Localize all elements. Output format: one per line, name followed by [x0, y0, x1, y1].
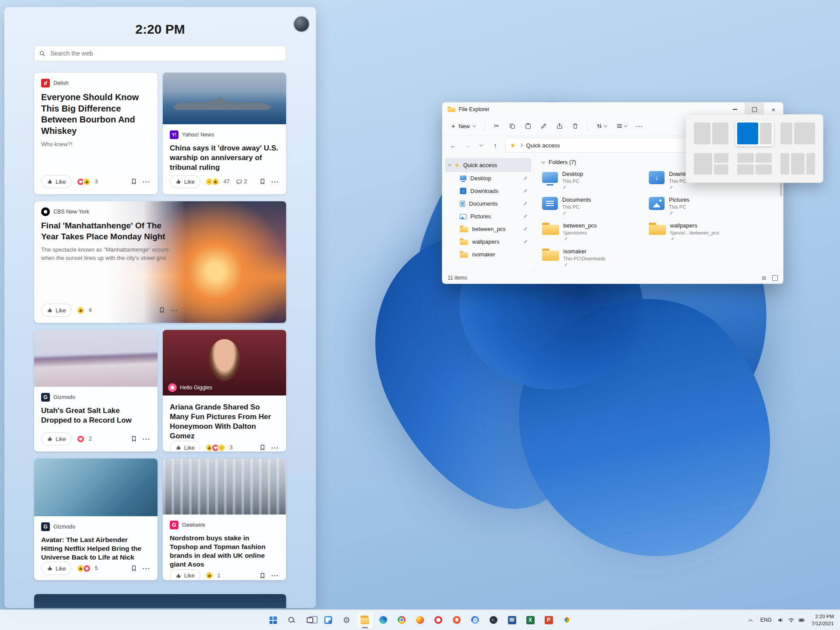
taskbar-widgets-button[interactable] [319, 611, 337, 629]
bookmark-button[interactable] [130, 565, 137, 572]
snap-pane[interactable] [737, 164, 754, 175]
news-card[interactable]: Hello Giggles Ariana Grande Shared So Ma… [163, 330, 286, 452]
snap-pane[interactable] [780, 153, 789, 175]
snap-layout-two-equal-columns[interactable] [692, 121, 730, 146]
sidebar-item-between-pcs[interactable]: between_pcs [445, 223, 531, 235]
taskbar-settings-button[interactable]: ⚙ [338, 611, 355, 629]
bookmark-button[interactable] [259, 572, 266, 579]
taskbar-search-button[interactable] [283, 611, 300, 629]
folder-item-wallpapers[interactable]: wallpapers \\jarvis\...\between_pcs [649, 222, 744, 248]
sidebar-item-quick-access[interactable]: ★ Quick access [445, 158, 531, 172]
card-more-button[interactable] [271, 178, 279, 186]
reaction-badges[interactable] [77, 564, 91, 573]
forward-button[interactable] [461, 139, 474, 152]
card-more-button[interactable] [143, 435, 150, 443]
reaction-badges[interactable] [205, 178, 220, 186]
history-dropdown-button[interactable] [475, 139, 488, 152]
news-card-partial[interactable] [34, 594, 286, 608]
taskbar-opera-button[interactable] [430, 611, 447, 629]
card-more-button[interactable] [171, 307, 178, 314]
reaction-badges[interactable] [77, 178, 91, 186]
back-button[interactable] [447, 139, 460, 152]
news-card[interactable]: G Gizmodo Avatar: The Last Airbender Hit… [34, 458, 158, 580]
snap-pane[interactable] [712, 122, 729, 144]
snap-pane[interactable] [806, 153, 815, 175]
copy-button[interactable] [505, 119, 520, 133]
reaction-badges[interactable] [77, 435, 85, 443]
snap-pane[interactable] [760, 122, 772, 144]
reaction-badges[interactable] [205, 571, 214, 580]
more-button[interactable] [632, 119, 647, 133]
taskbar-start-button[interactable] [264, 611, 282, 629]
rename-button[interactable] [536, 119, 551, 133]
taskbar-photos-button[interactable] [558, 611, 576, 629]
widgets-profile-avatar[interactable] [293, 16, 310, 32]
bookmark-button[interactable] [259, 444, 266, 451]
snap-layout-left-half-right-stacked[interactable] [692, 151, 730, 177]
view-button[interactable] [612, 119, 631, 133]
taskbar-file-explorer-button[interactable] [356, 611, 374, 629]
taskbar-word-button[interactable]: W [503, 611, 521, 629]
bookmark-button[interactable] [130, 178, 137, 185]
sidebar-item-wallpapers[interactable]: wallpapers [445, 235, 531, 248]
like-button[interactable]: Like [170, 175, 200, 188]
battery-button[interactable] [797, 613, 807, 627]
volume-button[interactable] [776, 613, 786, 627]
snap-layout-four-quadrants[interactable] [735, 151, 774, 177]
bookmark-button[interactable] [158, 307, 165, 314]
bookmark-button[interactable] [259, 178, 266, 185]
snap-pane[interactable] [714, 164, 728, 175]
taskbar-brave-button[interactable] [448, 611, 466, 629]
folder-item-documents[interactable]: Documents This PC [542, 196, 637, 222]
like-button[interactable]: Like [41, 304, 72, 317]
like-button[interactable]: Like [41, 562, 72, 575]
taskbar-excel-button[interactable]: X [522, 611, 539, 629]
snap-pane[interactable] [756, 153, 772, 163]
folder-item-isomaker[interactable]: isomaker This PC\Downloads [542, 248, 637, 272]
bookmark-button[interactable] [130, 435, 137, 442]
sort-button[interactable] [592, 119, 611, 133]
snap-pane[interactable] [780, 122, 792, 144]
news-card[interactable]: G Gizmodo Utah's Great Salt Lake Dropped… [34, 330, 158, 452]
delete-button[interactable] [568, 119, 583, 133]
taskbar-chrome-button[interactable] [393, 611, 410, 629]
snap-pane[interactable] [791, 153, 805, 175]
taskbar-chromium-button[interactable] [466, 611, 484, 629]
snap-pane[interactable] [737, 153, 754, 163]
share-button[interactable] [552, 119, 567, 133]
folder-item-between-pcs[interactable]: between_pcs \\jarvis\mro [542, 222, 637, 248]
snap-pane[interactable] [756, 164, 772, 175]
news-card[interactable]: d Delish Everyone Should Know This Big D… [34, 73, 158, 194]
snap-layout-left-two-thirds[interactable] [735, 121, 774, 146]
details-view-button[interactable] [761, 275, 767, 281]
taskbar-task-view-button[interactable] [301, 611, 318, 629]
sidebar-item-isomaker[interactable]: isomaker [445, 248, 531, 261]
card-more-button[interactable] [143, 178, 150, 186]
like-button[interactable]: Like [170, 569, 200, 580]
snap-layout-right-two-thirds[interactable] [779, 121, 817, 146]
sidebar-item-desktop[interactable]: Desktop [445, 172, 531, 185]
large-icons-view-button[interactable] [772, 275, 778, 281]
news-card[interactable]: Y! Yahoo! News China says it 'drove away… [163, 73, 286, 194]
card-more-button[interactable] [271, 572, 279, 579]
snap-pane[interactable] [694, 122, 710, 144]
card-more-button[interactable] [143, 565, 150, 572]
tray-overflow-button[interactable] [745, 613, 756, 627]
taskbar-firefox-button[interactable] [411, 611, 429, 629]
sidebar-item-documents[interactable]: Documents [445, 197, 531, 210]
reaction-badges[interactable] [205, 444, 226, 452]
clock[interactable]: 2:20 PM 7/12/2021 [808, 613, 837, 627]
like-button[interactable]: Like [41, 175, 72, 188]
up-button[interactable] [489, 139, 502, 152]
folder-item-pictures[interactable]: Pictures This PC [649, 196, 744, 222]
new-button[interactable]: New [447, 119, 480, 133]
snap-layout-three-columns[interactable] [779, 151, 817, 177]
sidebar-item-pictures[interactable]: Pictures [445, 210, 531, 223]
language-indicator[interactable]: ENG [757, 617, 775, 623]
folder-item-desktop[interactable]: Desktop This PC [542, 171, 637, 196]
network-button[interactable] [786, 613, 797, 627]
like-button[interactable]: Like [170, 441, 200, 452]
snap-pane[interactable] [714, 153, 728, 163]
news-card[interactable]: G Geekwire Nordstrom buys stake in Topsh… [163, 458, 286, 580]
snap-pane[interactable] [694, 153, 712, 175]
